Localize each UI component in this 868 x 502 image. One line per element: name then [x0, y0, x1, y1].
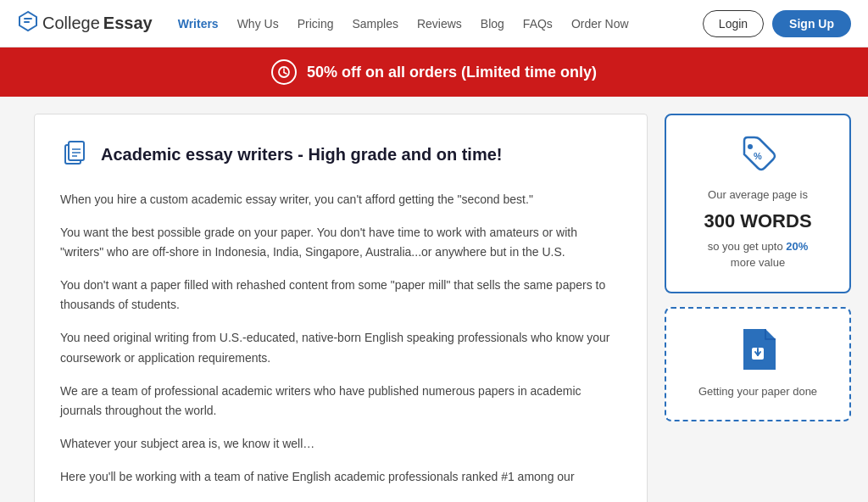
paragraph-3: You don't want a paper filled with rehas…: [60, 276, 621, 315]
logo-text-essay: Essay: [103, 14, 153, 33]
logo-text-college: College: [42, 14, 100, 33]
nav-link-faqs[interactable]: FAQs: [523, 17, 553, 31]
svg-rect-7: [69, 142, 84, 160]
logo-icon: [17, 10, 39, 37]
main-card: Academic essay writers - High grade and …: [34, 114, 648, 502]
svg-rect-1: [24, 18, 32, 20]
login-button[interactable]: Login: [703, 10, 764, 37]
paragraph-5: We are a team of professional academic w…: [60, 382, 621, 421]
card-body: When you hire a custom academic essay wr…: [60, 190, 621, 487]
doc-icon-wrapper: [680, 326, 836, 373]
words-box: % Our average page is 300 WORDS so you g…: [665, 114, 851, 293]
nav-link-blog[interactable]: Blog: [481, 17, 504, 31]
paper-done-box: Getting your paper done: [665, 307, 851, 422]
svg-line-5: [284, 73, 287, 75]
document-stack-icon: [60, 138, 89, 171]
paper-done-label: Getting your paper done: [680, 383, 836, 400]
paragraph-7: Here you'll be working with a team of na…: [60, 467, 621, 487]
words-box-suffix: more value: [731, 256, 785, 269]
logo[interactable]: CollegeEssay: [17, 10, 153, 37]
paragraph-2: You want the best possible grade on your…: [60, 223, 621, 262]
nav-link-ordernow[interactable]: Order Now: [571, 17, 629, 31]
nav-actions: Login Sign Up: [703, 10, 851, 37]
words-box-line2: so you get upto 20% more value: [680, 238, 836, 271]
nav-link-reviews[interactable]: Reviews: [417, 17, 462, 31]
clock-icon: [271, 59, 297, 85]
svg-text:%: %: [754, 151, 762, 161]
nav-link-samples[interactable]: Samples: [352, 17, 398, 31]
nav-link-writers[interactable]: Writers: [178, 17, 219, 31]
right-sidebar: % Our average page is 300 WORDS so you g…: [665, 114, 851, 421]
promo-banner: 50% off on all orders (Limited time only…: [0, 47, 868, 97]
words-box-line1: Our average page is: [680, 187, 836, 204]
paragraph-4: You need original writing from U.S.-educ…: [60, 328, 621, 367]
navbar: CollegeEssay Writers Why Us Pricing Samp…: [0, 0, 868, 47]
svg-rect-2: [24, 21, 30, 23]
words-box-prefix: so you get upto: [708, 240, 787, 253]
card-header: Academic essay writers - High grade and …: [60, 138, 621, 171]
nav-link-whyus[interactable]: Why Us: [237, 17, 279, 31]
price-tag-icon: %: [736, 132, 780, 176]
paragraph-1: When you hire a custom academic essay wr…: [60, 190, 621, 209]
promo-text: 50% off on all orders (Limited time only…: [307, 64, 597, 81]
tag-icon-wrapper: %: [680, 132, 836, 176]
paragraph-6: Whatever your subject area is, we know i…: [60, 434, 621, 454]
card-title: Academic essay writers - High grade and …: [101, 145, 502, 165]
nav-link-pricing[interactable]: Pricing: [298, 17, 334, 31]
words-box-bigtext: 300 WORDS: [680, 207, 836, 235]
words-box-accent: 20%: [786, 240, 808, 253]
nav-links: Writers Why Us Pricing Samples Reviews B…: [178, 17, 703, 31]
main-content: Academic essay writers - High grade and …: [0, 97, 868, 502]
signup-button[interactable]: Sign Up: [772, 10, 851, 37]
svg-point-11: [748, 144, 753, 149]
document-download-icon: [737, 326, 779, 373]
